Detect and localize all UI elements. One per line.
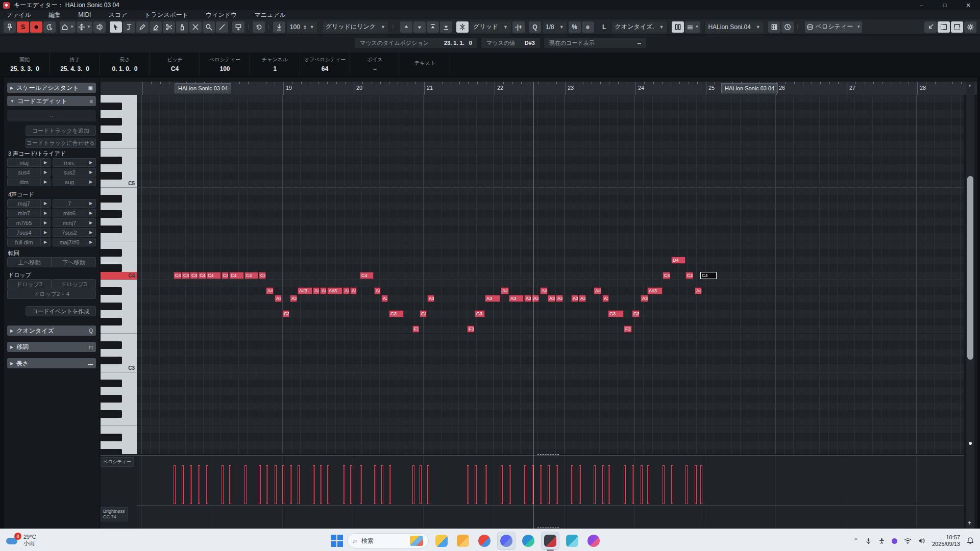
drop24-button[interactable]: ドロップ2 + 4 xyxy=(7,289,96,299)
fournote-7sus2-button[interactable]: 7sus2▶ xyxy=(53,228,96,237)
play-arrow-icon[interactable]: ▶ xyxy=(40,209,50,217)
velocity-bar[interactable] xyxy=(594,465,596,504)
play-arrow-icon[interactable]: ▶ xyxy=(86,159,95,166)
speaker-icon[interactable] xyxy=(918,538,925,544)
taskbar-icon-cubase[interactable] xyxy=(541,532,559,550)
transpose-up-button[interactable] xyxy=(400,21,412,33)
velocity-bar[interactable] xyxy=(548,465,550,504)
midi-part-label[interactable]: HALion Sonic 03 04 xyxy=(721,83,778,93)
menu-item-0[interactable]: ファイル xyxy=(6,11,31,19)
snap-toggle-button[interactable] xyxy=(456,21,469,33)
piano-key-Fs3[interactable] xyxy=(101,318,122,325)
section-transpose[interactable]: ▶ 移調 ⊓ xyxy=(7,342,96,352)
play-arrow-icon[interactable]: ▶ xyxy=(86,219,95,227)
piano-key-Cs5[interactable] xyxy=(101,172,122,180)
accessibility-icon[interactable] xyxy=(878,538,885,544)
value-stepper[interactable]: ▲▼ xyxy=(303,24,307,30)
taskbar-icon-app-teal[interactable] xyxy=(564,532,581,549)
info-col-2[interactable]: 長さ0. 1. 0. 0 xyxy=(100,53,150,76)
info-col-6[interactable]: オフベロシティー64 xyxy=(300,53,350,76)
velocity-bar[interactable] xyxy=(222,465,224,504)
drop2-button[interactable]: ドロップ2 xyxy=(7,279,52,289)
tool-eraser[interactable] xyxy=(150,21,162,33)
midi-note[interactable]: G3 xyxy=(475,310,485,317)
play-arrow-icon[interactable]: ▶ xyxy=(86,209,95,217)
velocity-bar[interactable] xyxy=(412,465,414,504)
midi-note[interactable]: A3 xyxy=(641,295,648,302)
midi-note[interactable]: C4 xyxy=(222,272,229,279)
tool-trim[interactable] xyxy=(123,21,135,33)
triad-dim-button[interactable]: dim▶ xyxy=(7,178,51,186)
velocity-bar[interactable] xyxy=(389,465,391,504)
pin-icon-button[interactable] xyxy=(4,21,16,33)
play-arrow-icon[interactable]: ▶ xyxy=(86,178,95,186)
piano-key-Fs4[interactable] xyxy=(101,226,122,233)
velocity-bar[interactable] xyxy=(632,465,634,504)
midi-note[interactable]: A3 xyxy=(427,295,434,302)
play-arrow-icon[interactable]: ▶ xyxy=(40,229,50,236)
minimize-button[interactable]: – xyxy=(910,0,933,10)
move-down-button[interactable]: 下へ移動 xyxy=(52,257,96,267)
midi-note[interactable]: C4 xyxy=(182,272,190,279)
velocity-bar[interactable] xyxy=(571,465,573,504)
window-setup-button[interactable]: ▼ xyxy=(60,21,76,33)
section-scale-assistant[interactable]: ▶ スケールアシスタント ▣ xyxy=(7,83,96,93)
piano-key-As3[interactable] xyxy=(101,287,122,295)
midi-note[interactable]: A#3 xyxy=(266,287,274,294)
midi-note[interactable]: F3 xyxy=(467,325,474,333)
menu-item-2[interactable]: MIDI xyxy=(78,11,91,18)
velocity-bar[interactable] xyxy=(624,465,626,504)
info-col-7[interactable]: ボイス– xyxy=(350,53,400,76)
menu-item-6[interactable]: マニュアル xyxy=(254,11,285,19)
midi-part-label[interactable]: HALion Sonic 03 04 xyxy=(175,83,231,93)
midi-note[interactable]: A#3 xyxy=(343,287,350,294)
midi-note[interactable]: A3 xyxy=(571,295,578,302)
midi-note[interactable]: F3 xyxy=(412,325,419,333)
velocity-bar[interactable] xyxy=(501,465,503,504)
piano-key-Gs5[interactable] xyxy=(101,118,122,126)
midi-note[interactable]: A3 xyxy=(509,295,524,302)
lane-divider[interactable] xyxy=(137,505,964,506)
midi-note[interactable]: C4 xyxy=(190,272,198,279)
fournote-7-button[interactable]: 7▶ xyxy=(53,199,96,208)
info-col-8[interactable]: テキスト xyxy=(400,53,450,76)
piano-key-As2[interactable] xyxy=(101,380,122,387)
velocity-bar[interactable] xyxy=(275,465,277,504)
triad-aug-button[interactable]: aug▶ xyxy=(53,178,96,186)
midi-note[interactable]: G3 xyxy=(389,310,404,317)
midi-note[interactable]: A3 xyxy=(290,295,297,302)
match-chord-track-button[interactable]: コードトラックに合わせる xyxy=(26,138,96,148)
midi-note[interactable]: C4 xyxy=(259,272,266,279)
play-arrow-icon[interactable]: ▶ xyxy=(86,199,95,207)
length-quantize-select[interactable]: クオンタイズ.▼ xyxy=(611,21,668,33)
midi-note-selected[interactable]: C4 xyxy=(700,272,717,279)
vertical-scrollbar[interactable]: ▼ + xyxy=(966,82,974,529)
zoom-preset-icon[interactable]: ▼ xyxy=(968,84,972,88)
velocity-bar[interactable] xyxy=(327,465,329,504)
velocity-bar[interactable] xyxy=(282,465,284,504)
velocity-bar[interactable] xyxy=(206,465,208,504)
grid-type-select[interactable]: グリッド▼ xyxy=(470,21,511,33)
velocity-bar[interactable] xyxy=(556,465,558,504)
insert-velocity-field[interactable]: 100▲▼▼ xyxy=(286,21,318,33)
transpose-octave-down-button[interactable] xyxy=(440,21,452,33)
piano-keyboard[interactable]: C5C4C3 xyxy=(101,95,137,454)
midi-note[interactable]: A#3 xyxy=(501,287,509,294)
start-button[interactable] xyxy=(331,535,343,547)
tool-zoom-magnifier[interactable] xyxy=(203,21,215,33)
play-arrow-icon[interactable]: ▶ xyxy=(86,229,95,236)
midi-note[interactable]: C4 xyxy=(663,272,670,279)
midi-note[interactable]: C4 xyxy=(244,272,258,279)
quantize-preset-select[interactable]: 1/8▼ xyxy=(542,21,568,33)
play-arrow-icon[interactable]: ▶ xyxy=(40,168,50,176)
tool-object-selection[interactable] xyxy=(110,21,122,33)
weather-widget[interactable]: 8 29°C 小雨 xyxy=(0,534,108,547)
velocity-bar[interactable] xyxy=(298,465,300,504)
play-arrow-icon[interactable]: ▶ xyxy=(40,159,50,166)
midi-note[interactable]: C4 xyxy=(174,272,182,279)
piano-key-Cs2[interactable] xyxy=(101,449,122,454)
iterative-quantize-button[interactable]: e xyxy=(582,21,594,33)
fournote-min7-button[interactable]: min7▶ xyxy=(7,209,51,217)
velocity-bar[interactable] xyxy=(266,465,268,504)
midi-note[interactable]: C4 xyxy=(685,272,693,279)
